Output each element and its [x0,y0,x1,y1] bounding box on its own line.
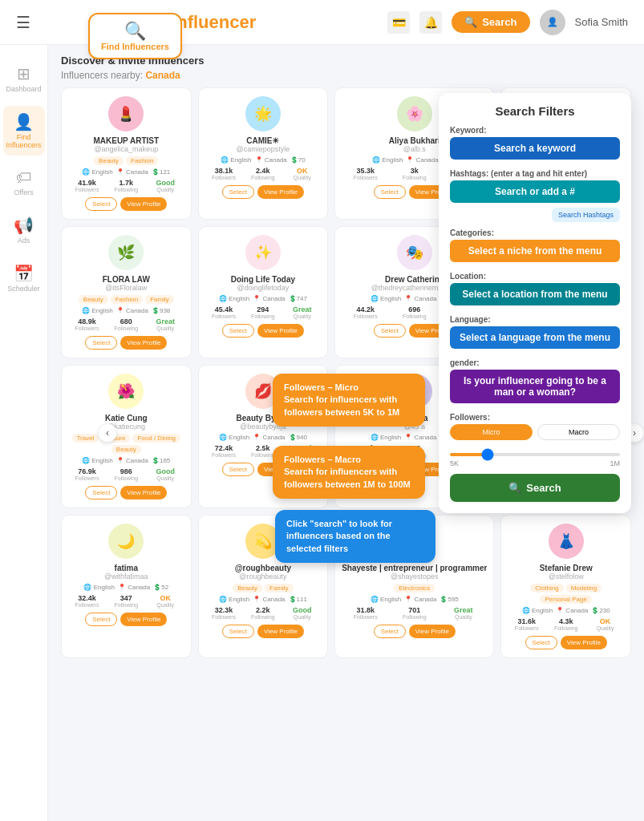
gender-button[interactable]: Is your influencer going to be a man or … [450,370,620,403]
inf-meta: 🌐 English📍 Canada💲70 [205,156,322,164]
select-button[interactable]: Select [222,463,254,476]
inf-handle: @roughbeauty [205,572,322,580]
view-profile-button[interactable]: View Profile [120,486,167,499]
inf-tag: Beauty [111,445,141,454]
search-magnify-icon: 🔍 [101,21,169,42]
nearby-location[interactable]: Canada [145,70,180,81]
followers-toggle: Micro Macro [450,424,620,440]
inf-followers-stat: 31.8k Followers [342,606,389,620]
inf-actions: Select View Profile [205,324,322,338]
inf-name: fatima [68,564,184,572]
view-profile-button[interactable]: View Profile [257,625,304,638]
inf-avatar: 🌸 [397,96,432,131]
inf-quality-stat: Great Quality [283,305,321,319]
avatar[interactable]: 👤 [540,10,565,35]
inf-tags: BeautyFashion [68,156,184,165]
inf-meta: 🌐 English📍 Canada💲165 [68,457,184,464]
view-profile-button[interactable]: View Profile [409,625,456,638]
find-influencers-bubble[interactable]: 🔍 Find Influencers [88,13,182,59]
inf-tag: Fashion [111,295,143,304]
filter-hashtags: Hashtags: (enter a tag and hit enter) Se… [450,169,620,222]
select-button[interactable]: Select [85,197,117,211]
select-button[interactable]: Select [222,324,254,338]
select-button[interactable]: Select [85,486,117,499]
inf-handle: @katiecung [68,423,184,431]
inf-followers-stat: 45.4k Followers [205,305,243,319]
inf-name: CAMIE☀ [205,136,322,145]
sidebar-item-find-influencers[interactable]: 👤 Find Influencers [3,106,45,156]
location-button[interactable]: Select a location from the menu [450,283,620,305]
select-button[interactable]: Select [85,336,117,350]
ads-icon: 📢 [14,216,34,235]
offers-icon: 🏷 [16,168,32,187]
categories-button[interactable]: Select a niche from the menu [450,240,620,262]
select-button[interactable]: Select [374,185,406,199]
inf-avatar: 🎭 [397,235,432,270]
keyword-button[interactable]: Search a keyword [450,137,620,160]
select-button[interactable]: Select [525,636,557,649]
inf-quality-stat: OK Quality [283,167,321,180]
search-action-button[interactable]: 🔍 Search [450,474,620,502]
sidebar-item-offers[interactable]: 🏷 Offers [3,162,45,203]
find-influencers-label: Find Influencers [101,42,169,51]
inf-following-stat: 347 Following [107,594,145,608]
inf-meta: 🌐 English📍 Canada💲940 [205,434,322,441]
filters-title: Search Filters [450,104,620,118]
inf-tags: ClothingModelingPersonal Page [508,584,624,604]
inf-meta: 🌐 English📍 Canada💲111 [205,596,322,603]
search-hashtags-button[interactable]: Search Hashtags [552,208,620,222]
select-button[interactable]: Select [222,185,254,199]
sidebar-item-dashboard[interactable]: ⊞ Dashboard [3,58,45,99]
header-search-button[interactable]: 🔍 Search [452,11,529,33]
inf-meta: 🌐 English📍 Canada💲230 [508,607,624,614]
select-button[interactable]: Select [374,324,406,338]
inf-actions: Select View Profile [68,197,184,211]
view-profile-button[interactable]: View Profile [561,636,607,649]
inf-name: Katie Cung [68,414,184,423]
inf-tags: BeautyFashionFamily [68,295,184,304]
influencer-card: 🌺 Katie Cung @katiecung TravelNatureFood… [61,365,192,508]
inf-quality-stat: Good Quality [283,606,321,620]
micro-button[interactable]: Micro [450,424,533,440]
inf-following-stat: 4.3k Following [547,617,585,631]
view-profile-button[interactable]: View Profile [257,324,304,338]
followers-range-slider[interactable] [450,453,620,456]
view-profile-button[interactable]: View Profile [120,197,167,211]
sidebar-item-scheduler[interactable]: 📅 Scheduler [3,257,45,299]
hashtag-button[interactable]: Search or add a # [450,180,620,203]
inf-following-stat: 1.7k Following [107,179,145,192]
inf-stats: 32.4k Followers 347 Following OK Quality [68,594,184,608]
find-influencers-icon: 👤 [14,112,34,131]
view-profile-button[interactable]: View Profile [120,613,167,626]
language-button[interactable]: Select a language from the menu [450,326,620,349]
macro-button[interactable]: Macro [537,424,620,440]
menu-icon[interactable]: ☰ [16,13,30,32]
card-icon[interactable]: 💳 [387,11,410,34]
nav-prev-arrow[interactable]: ‹ [98,423,117,443]
search-icon-small: 🔍 [464,16,477,28]
inf-quality-stat: Good Quality [147,179,184,192]
inf-tag: Clothing [530,584,563,592]
sidebar: ⊞ Dashboard 👤 Find Influencers 🏷 Offers … [0,45,48,821]
filter-location: Location: Select a location from the men… [450,272,620,309]
view-profile-button[interactable]: View Profile [257,185,304,199]
view-profile-button[interactable]: View Profile [120,336,167,350]
inf-tag: Family [145,295,174,304]
inf-followers-stat: 72.4k Followers [205,444,243,458]
filter-followers: Followers: Micro Macro 5K 1M [450,413,620,467]
inf-name: @roughbeauty [205,564,322,572]
inf-following-stat: 3k Following [391,167,438,180]
inf-tag: Food / Dining [132,434,180,443]
inf-name: MAKEUP ARTIST [68,136,184,145]
inf-quality-stat: OK Quality [586,617,624,631]
inf-tag: Travel [72,434,99,443]
inf-meta: 🌐 English📍 Canada💲747 [205,295,322,302]
inf-meta: 🌐 English📍 Canada💲121 [68,168,184,176]
select-button[interactable]: Select [374,625,406,638]
inf-tag: Fashion [126,156,158,165]
select-button[interactable]: Select [222,625,254,638]
bell-icon[interactable]: 🔔 [419,11,442,34]
sidebar-item-ads[interactable]: 📢 Ads [3,209,45,251]
inf-handle: @withfatimaa [68,572,184,580]
select-button[interactable]: Select [85,613,117,626]
